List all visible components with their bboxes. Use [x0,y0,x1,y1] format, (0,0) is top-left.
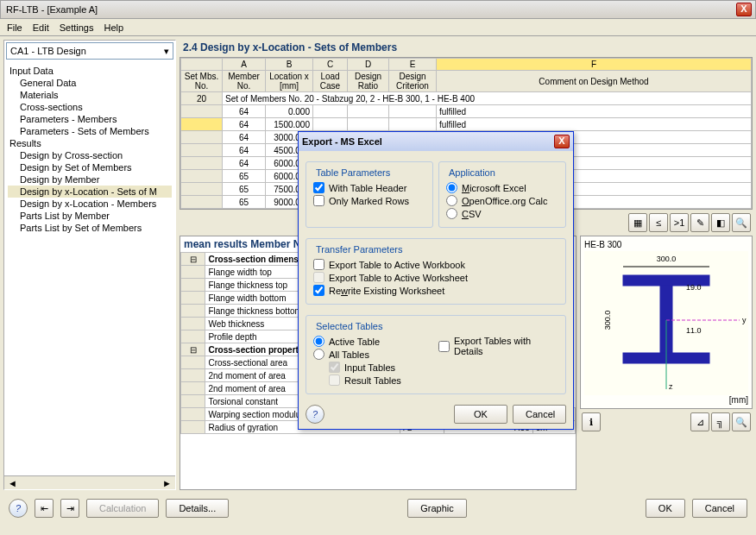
menubar: File Edit Settings Help [0,19,756,36]
hdr-lc: Load Case [313,71,348,92]
tree-results[interactable]: Results [8,137,172,149]
hdr-setmbs: Set Mbs. No. [181,71,223,92]
grp-transfer: Transfer Parameters [313,244,405,255]
cross-section-drawing: 300.0 300.0 19.0 11.0 y z [584,251,748,395]
tree-general-data[interactable]: General Data [8,77,172,89]
toolbar-btn-1[interactable]: ▦ [628,213,647,232]
cb-only-marked[interactable]: Only Marked Rows [313,194,425,207]
window-close-button[interactable]: X [736,3,752,16]
menu-help[interactable]: Help [104,22,123,33]
dialog-close-button[interactable]: X [554,135,570,148]
grp-table-params: Table Parameters [313,167,393,178]
table-span-row[interactable]: 20 Set of Members No. 20 - Stabzug 20, 2… [181,92,752,105]
rb-csv[interactable]: CSV [446,207,558,220]
ok-button[interactable]: OK [646,499,685,518]
axis-z-label: z [669,382,673,391]
dim-height: 300.0 [603,311,612,330]
app-title: RF-LTB - [Example A] [4,4,736,15]
col-letter-a[interactable]: A [223,59,266,71]
details-button[interactable]: Details... [166,499,229,518]
tree-design-xloc-sets[interactable]: Design by x-Location - Sets of M [8,186,172,198]
cb-export-details[interactable]: Export Tables with Details [438,335,558,357]
toolbar-btn-4[interactable]: ✎ [690,213,709,232]
tree-design-xloc-members[interactable]: Design by x-Location - Members [8,198,172,210]
col-letter-e[interactable]: E [389,59,437,71]
tree-design-member[interactable]: Design by Member [8,173,172,186]
menu-settings[interactable]: Settings [60,22,94,33]
table-row[interactable]: 641500.000fulfilled [181,118,752,131]
info-button[interactable]: ℹ [582,412,601,431]
table-row[interactable]: 640.000fulfilled [181,105,752,118]
cs-toolbar: ℹ ⊿ ╗ 🔍 [580,411,753,433]
tree-scrollbar[interactable]: ◄ ► [4,475,175,489]
tree-parts-member[interactable]: Parts List by Member [8,210,172,222]
cb-result-tables: Result Tables [313,374,433,387]
titlebar: RF-LTB - [Example A] X [0,0,756,19]
chevron-down-icon: ▾ [164,46,169,57]
bottom-bar: ? ⇤ ⇥ Calculation Details... Graphic OK … [0,494,756,523]
rb-openoffice[interactable]: OpenOffice.org Calc [446,194,558,207]
menu-file[interactable]: File [7,22,22,33]
hdr-member: Member No. [223,71,266,92]
col-letter-d[interactable]: D [348,59,389,71]
span-row-no: 20 [181,92,223,105]
toolbar-btn-3[interactable]: >1 [670,213,689,232]
rb-active-table[interactable]: Active Table [313,335,433,348]
tree-cross-sections[interactable]: Cross-sections [8,101,172,113]
menu-edit[interactable]: Edit [33,22,49,33]
dim-width: 300.0 [657,255,677,263]
tree-input-data[interactable]: Input Data [8,65,172,77]
toolbar-btn-2[interactable]: ≤ [649,213,668,232]
nav-tree[interactable]: Input Data General Data Materials Cross-… [4,61,175,475]
dim-tf: 19.0 [686,283,702,292]
case-dropdown-label: CA1 - LTB Design [10,46,86,56]
tree-materials[interactable]: Materials [8,89,172,101]
next-button[interactable]: ⇥ [60,499,79,518]
hdr-loc: Location x [mm] [266,71,313,92]
cs-title: HE-B 300 [584,240,748,249]
tree-parts-set[interactable]: Parts List by Set of Members [8,222,172,234]
cs-tool-3[interactable]: 🔍 [732,412,751,431]
rb-all-tables[interactable]: All Tables [313,348,433,361]
cb-with-header[interactable]: With Table Header [313,181,425,194]
scroll-right-icon[interactable]: ► [159,478,175,488]
prev-button[interactable]: ⇤ [35,499,54,518]
cb-rewrite-ws[interactable]: Rewrite Existing Worksheet [313,284,558,297]
col-letter-f[interactable]: F [437,59,752,71]
dialog-help-button[interactable]: ? [306,405,324,424]
hdr-comment: Comment on Design Method [437,71,752,92]
dialog-title: Export - MS Excel [302,136,382,147]
scroll-left-icon[interactable]: ◄ [4,478,21,488]
hdr-crit: Design Criterion [389,71,437,92]
cb-export-active-ws: Export Table to Active Worksheet [313,271,558,284]
case-dropdown[interactable]: CA1 - LTB Design ▾ [6,42,173,60]
grp-application: Application [446,167,498,178]
dialog-cancel-button[interactable]: Cancel [513,405,566,424]
cancel-button[interactable]: Cancel [692,499,747,518]
navigator-pane: CA1 - LTB Design ▾ Input Data General Da… [3,40,176,490]
tree-params-sets[interactable]: Parameters - Sets of Members [8,125,172,137]
cb-input-tables: Input Tables [313,361,433,374]
toolbar-btn-5[interactable]: ◧ [711,213,730,232]
grp-selected-tables: Selected Tables [313,321,385,331]
rb-excel[interactable]: Microsoft Excel [446,181,558,194]
span-row-text: Set of Members No. 20 - Stabzug 20, 2 - … [223,92,752,105]
graphic-button[interactable]: Graphic [407,499,467,518]
tree-design-set[interactable]: Design by Set of Members [8,161,172,173]
cs-tool-1[interactable]: ⊿ [690,412,709,431]
tree-params-members[interactable]: Parameters - Members [8,113,172,125]
dialog-titlebar[interactable]: Export - MS Excel X [299,132,573,151]
axis-y-label: y [742,316,747,324]
help-button[interactable]: ? [9,499,28,518]
tree-design-cs[interactable]: Design by Cross-section [8,149,172,161]
dialog-ok-button[interactable]: OK [454,405,507,424]
cs-tool-2[interactable]: ╗ [711,412,730,431]
table-title: 2.4 Design by x-Location - Sets of Membe… [180,40,753,55]
cs-unit: [mm] [584,395,748,405]
calculation-button[interactable]: Calculation [86,499,159,518]
col-letter-b[interactable]: B [266,59,313,71]
col-letter-c[interactable]: C [313,59,348,71]
cb-export-active-wb[interactable]: Export Table to Active Workbook [313,258,558,271]
dim-tw: 11.0 [686,326,702,335]
toolbar-btn-6[interactable]: 🔍 [732,213,751,232]
